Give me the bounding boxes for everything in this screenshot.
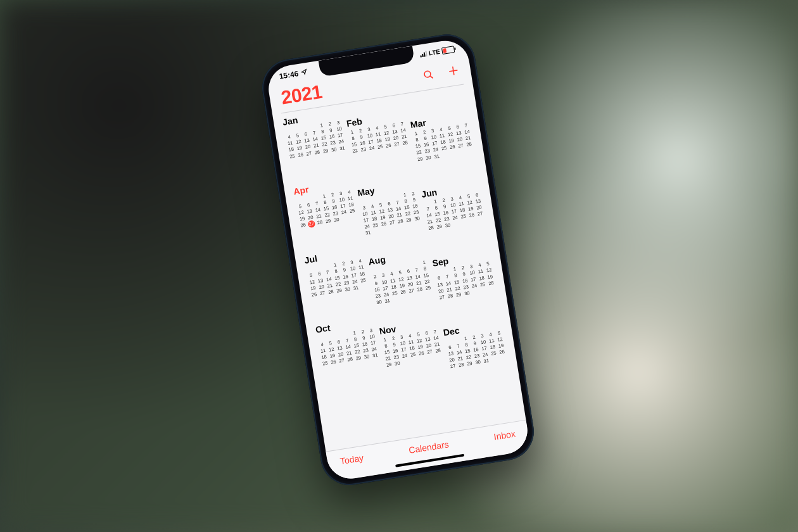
day-cell[interactable]: 29 [424,284,433,292]
plus-icon [447,64,460,77]
month-jun[interactable]: Jun1234567891011121314151617181920212223… [421,180,486,232]
month-apr[interactable]: Apr1234567891011121314151617181920212223… [293,177,362,252]
month-oct[interactable]: Oct1234567891011121314151617181920212223… [315,315,384,390]
add-event-button[interactable] [447,64,460,77]
day-cell[interactable]: 31 [432,153,441,160]
day-cell[interactable]: 28 [400,139,410,147]
day-cell[interactable]: 31 [338,144,347,152]
day-cell[interactable]: 31 [482,358,491,365]
day-cell[interactable]: 28 [464,141,474,149]
day-cell[interactable]: 31 [364,229,373,237]
day-cell[interactable]: 27 [476,210,485,218]
day-cell-today[interactable]: 27 [307,220,317,228]
month-nov[interactable]: Nov1234567891011121314151617181920212223… [379,317,446,380]
month-mar[interactable]: Mar1234567891011121314151617181920212223… [410,111,475,163]
month-jul[interactable]: Jul1234567891011121314151617181920212223… [304,246,373,321]
day-cell[interactable]: 25 [348,207,357,215]
month-jan[interactable]: Jan1234567891011121314151617181920212223… [282,108,351,182]
today-button[interactable]: Today [339,453,364,467]
battery-icon [441,46,455,54]
network-label: LTE [428,48,441,56]
day-cell[interactable]: 26 [497,348,507,356]
day-cell[interactable]: 30 [462,289,472,297]
month-feb[interactable]: Feb1234567891011121314151617181920212223… [346,110,413,173]
day-cell[interactable]: 31 [352,284,361,292]
day-cell[interactable]: 28 [433,347,443,355]
month-dec[interactable]: Dec1234567891011121314151617181920212223… [443,319,508,370]
month-may[interactable]: May1234567891011121314151617181920212223… [357,179,424,242]
day-cell[interactable]: 30 [443,222,453,229]
inbox-button[interactable]: Inbox [493,429,516,442]
month-day-grid: 1234567891011121314151617181920212223242… [369,259,434,307]
day-cell[interactable]: 30 [332,217,341,224]
month-sep[interactable]: Sep1234567891011121314151617181920212223… [431,249,497,301]
year-title[interactable]: 2021 [280,81,324,109]
day-cell[interactable]: 30 [412,215,422,223]
search-icon [422,68,435,82]
day-cell[interactable]: 31 [370,352,380,360]
day-cell[interactable]: 30 [393,360,402,368]
cellular-signal-icon [419,51,427,58]
month-aug[interactable]: Aug1234567891011121314151617181920212223… [368,248,435,311]
location-services-icon [300,68,308,77]
search-button[interactable] [422,68,435,82]
year-months-grid: Jan1234567891011121314151617181920212223… [272,83,516,391]
day-cell[interactable]: 31 [383,297,392,305]
day-cell[interactable]: 25 [358,277,368,284]
month-day-grid: 1234567891011121314151617181920212223242… [358,190,423,238]
svg-line-1 [430,75,433,78]
svg-line-3 [450,70,457,72]
calendars-button[interactable]: Calendars [408,439,450,455]
svg-point-0 [424,71,431,78]
day-cell[interactable]: 26 [486,279,496,287]
